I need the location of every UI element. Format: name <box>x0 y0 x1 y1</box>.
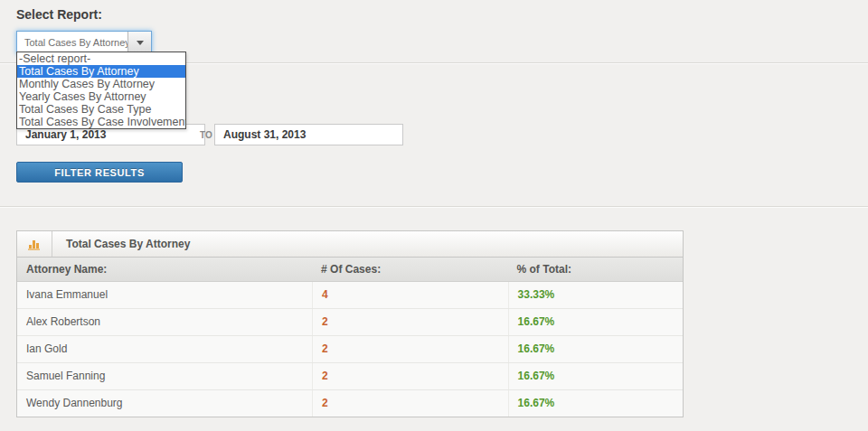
table-icon-cell <box>17 231 52 257</box>
table-row: Ivana Emmanuel 4 33.33% <box>17 282 683 309</box>
case-count: 2 <box>312 309 507 335</box>
attorney-name: Samuel Fanning <box>17 363 312 389</box>
column-header-attorney-name: Attorney Name: <box>17 258 312 281</box>
attorney-name: Ivana Emmanuel <box>17 282 312 308</box>
page-title: Select Report: <box>16 7 102 22</box>
column-header-num-cases: # Of Cases: <box>312 258 507 281</box>
case-count: 4 <box>312 282 507 308</box>
attorney-name: Alex Robertson <box>17 309 312 335</box>
dropdown-option-select-report[interactable]: -Select report- <box>17 52 185 65</box>
table-row: Alex Robertson 2 16.67% <box>17 309 683 336</box>
dropdown-option-total-cases-by-attorney[interactable]: Total Cases By Attorney <box>17 65 185 78</box>
percent-total: 16.67% <box>508 309 683 335</box>
date-to-input[interactable] <box>214 124 403 145</box>
date-range-to-label: TO <box>200 130 212 140</box>
dropdown-option-yearly-cases-by-attorney[interactable]: Yearly Cases By Attorney <box>17 90 185 103</box>
report-page: Select Report: Total Cases By Attorney -… <box>0 0 868 431</box>
dropdown-option-monthly-cases-by-attorney[interactable]: Monthly Cases By Attorney <box>17 78 185 90</box>
percent-total: 16.67% <box>508 390 683 417</box>
report-select-dropdown: -Select report- Total Cases By Attorney … <box>16 52 186 129</box>
table-row: Ian Gold 2 16.67% <box>17 336 683 363</box>
column-header-percent-total: % of Total: <box>508 258 683 281</box>
case-count: 2 <box>312 363 507 389</box>
filter-results-button[interactable]: FILTER RESULTS <box>16 162 183 183</box>
dropdown-option-total-cases-by-case-type[interactable]: Total Cases By Case Type <box>17 103 185 116</box>
table-title: Total Cases By Attorney <box>52 231 190 257</box>
results-table: Total Cases By Attorney Attorney Name: #… <box>16 230 684 417</box>
bar-chart-icon <box>28 238 41 250</box>
attorney-name: Wendy Dannenburg <box>17 390 312 417</box>
report-select-arrow-button[interactable] <box>127 32 151 53</box>
section-divider-bottom <box>0 206 868 208</box>
dropdown-option-total-cases-by-case-involvement[interactable]: Total Cases By Case Involvement <box>17 116 185 128</box>
table-row: Samuel Fanning 2 16.67% <box>17 363 683 390</box>
percent-total: 16.67% <box>508 336 683 362</box>
case-count: 2 <box>312 336 507 362</box>
table-row: Wendy Dannenburg 2 16.67% <box>17 390 683 417</box>
percent-total: 33.33% <box>508 282 683 308</box>
percent-total: 16.67% <box>508 363 683 389</box>
table-title-bar: Total Cases By Attorney <box>17 231 683 258</box>
attorney-name: Ian Gold <box>17 336 312 362</box>
table-header-row: Attorney Name: # Of Cases: % of Total: <box>17 258 683 282</box>
case-count: 2 <box>312 390 507 417</box>
chevron-down-icon <box>137 41 144 45</box>
report-select-value: Total Cases By Attorney <box>17 32 127 53</box>
